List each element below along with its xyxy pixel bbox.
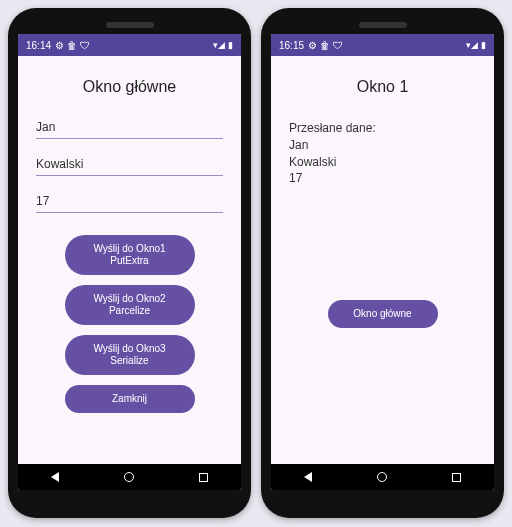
status-icons-left: ⚙ 🗑 🛡 (308, 40, 343, 51)
send-okno1-button[interactable]: Wyślij do Okno1 PutExtra (65, 235, 195, 275)
status-time: 16:15 (279, 40, 304, 51)
main-content: Okno główne Wyślij do Okno1 PutExtra Wyś… (18, 56, 241, 464)
received-label: Przesłane dane: (289, 120, 476, 137)
name-input[interactable] (36, 116, 223, 139)
nav-recent-icon[interactable] (199, 473, 208, 482)
nav-back-icon[interactable] (51, 472, 59, 482)
status-icons-right: ▾◢ ▮ (213, 40, 233, 50)
page-title: Okno 1 (289, 78, 476, 96)
nav-recent-icon[interactable] (452, 473, 461, 482)
send-okno2-button[interactable]: Wyślij do Okno2 Parcelize (65, 285, 195, 325)
nav-home-icon[interactable] (377, 472, 387, 482)
send-okno3-button[interactable]: Wyślij do Okno3 Serialize (65, 335, 195, 375)
nav-back-icon[interactable] (304, 472, 312, 482)
age-input[interactable] (36, 190, 223, 213)
received-age: 17 (289, 170, 476, 187)
close-button[interactable]: Zamknij (65, 385, 195, 413)
phone-left: 16:14 ⚙ 🗑 🛡 ▾◢ ▮ Okno główne Wyślij do O… (8, 8, 251, 518)
phone-speaker (106, 22, 154, 28)
status-bar: 16:15 ⚙ 🗑 🛡 ▾◢ ▮ (271, 34, 494, 56)
android-navbar (18, 464, 241, 490)
received-surname: Kowalski (289, 154, 476, 171)
screen-left: 16:14 ⚙ 🗑 🛡 ▾◢ ▮ Okno główne Wyślij do O… (18, 34, 241, 490)
phone-right: 16:15 ⚙ 🗑 🛡 ▾◢ ▮ Okno 1 Przesłane dane: … (261, 8, 504, 518)
status-icons-left: ⚙ 🗑 🛡 (55, 40, 90, 51)
status-bar: 16:14 ⚙ 🗑 🛡 ▾◢ ▮ (18, 34, 241, 56)
back-main-button[interactable]: Okno główne (328, 300, 438, 328)
screen-right: 16:15 ⚙ 🗑 🛡 ▾◢ ▮ Okno 1 Przesłane dane: … (271, 34, 494, 490)
status-time: 16:14 (26, 40, 51, 51)
phone-speaker (359, 22, 407, 28)
status-icons-right: ▾◢ ▮ (466, 40, 486, 50)
received-name: Jan (289, 137, 476, 154)
main-content: Okno 1 Przesłane dane: Jan Kowalski 17 O… (271, 56, 494, 464)
received-data-block: Przesłane dane: Jan Kowalski 17 (289, 120, 476, 187)
page-title: Okno główne (36, 78, 223, 96)
surname-input[interactable] (36, 153, 223, 176)
nav-home-icon[interactable] (124, 472, 134, 482)
android-navbar (271, 464, 494, 490)
